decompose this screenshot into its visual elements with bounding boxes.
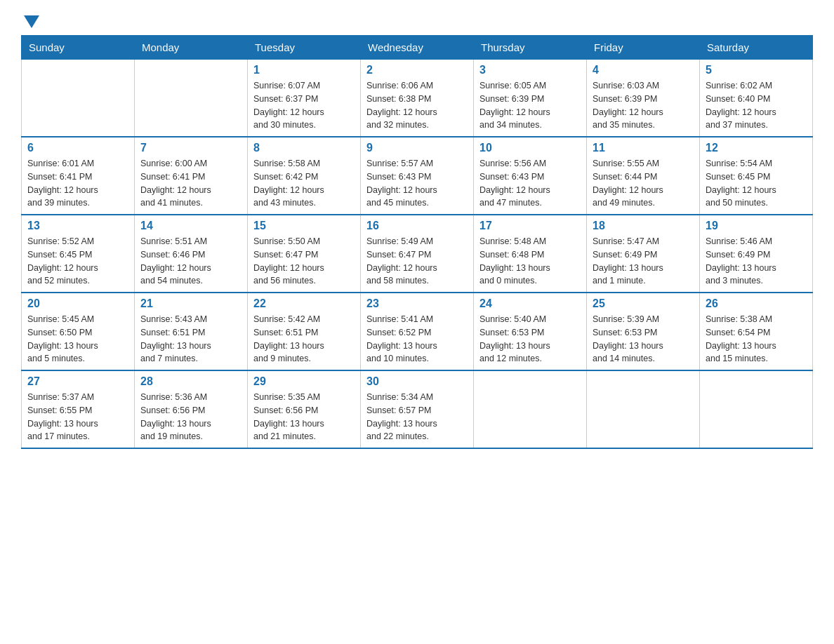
calendar-cell: 17Sunrise: 5:48 AM Sunset: 6:48 PM Dayli… [474, 215, 587, 293]
day-detail: Sunrise: 5:56 AM Sunset: 6:43 PM Dayligh… [479, 157, 581, 210]
day-number: 4 [593, 64, 694, 76]
calendar-cell: 28Sunrise: 5:36 AM Sunset: 6:56 PM Dayli… [135, 370, 248, 448]
day-number: 15 [253, 220, 355, 232]
calendar-cell: 16Sunrise: 5:49 AM Sunset: 6:47 PM Dayli… [361, 215, 474, 293]
calendar-week-row: 1Sunrise: 6:07 AM Sunset: 6:37 PM Daylig… [22, 60, 813, 137]
calendar-cell: 29Sunrise: 5:35 AM Sunset: 6:56 PM Dayli… [248, 370, 361, 448]
calendar-cell: 3Sunrise: 6:05 AM Sunset: 6:39 PM Daylig… [474, 60, 587, 137]
calendar-cell: 2Sunrise: 6:06 AM Sunset: 6:38 PM Daylig… [361, 60, 474, 137]
day-detail: Sunrise: 5:38 AM Sunset: 6:54 PM Dayligh… [706, 313, 807, 365]
day-number: 6 [27, 142, 128, 154]
day-number: 8 [253, 142, 355, 154]
svg-marker-0 [24, 15, 39, 28]
calendar-cell: 12Sunrise: 5:54 AM Sunset: 6:45 PM Dayli… [700, 137, 813, 215]
day-number: 9 [366, 142, 468, 154]
calendar-week-row: 27Sunrise: 5:37 AM Sunset: 6:55 PM Dayli… [22, 370, 813, 448]
calendar-cell [587, 370, 700, 448]
day-number: 23 [366, 297, 468, 310]
calendar-cell: 19Sunrise: 5:46 AM Sunset: 6:49 PM Dayli… [700, 215, 813, 293]
day-detail: Sunrise: 5:58 AM Sunset: 6:42 PM Dayligh… [253, 157, 355, 210]
day-number: 21 [140, 297, 241, 310]
day-detail: Sunrise: 5:42 AM Sunset: 6:51 PM Dayligh… [253, 313, 355, 365]
calendar-cell: 27Sunrise: 5:37 AM Sunset: 6:55 PM Dayli… [22, 370, 135, 448]
day-number: 17 [479, 220, 581, 232]
calendar-cell: 26Sunrise: 5:38 AM Sunset: 6:54 PM Dayli… [700, 293, 813, 370]
weekday-header-thursday: Thursday [474, 36, 587, 60]
calendar-week-row: 20Sunrise: 5:45 AM Sunset: 6:50 PM Dayli… [22, 293, 813, 370]
day-number: 16 [366, 220, 468, 232]
calendar-week-row: 13Sunrise: 5:52 AM Sunset: 6:45 PM Dayli… [22, 215, 813, 293]
calendar-cell: 11Sunrise: 5:55 AM Sunset: 6:44 PM Dayli… [587, 137, 700, 215]
day-number: 20 [27, 297, 128, 310]
weekday-header-sunday: Sunday [22, 36, 135, 60]
calendar-cell: 15Sunrise: 5:50 AM Sunset: 6:47 PM Dayli… [248, 215, 361, 293]
calendar-cell [135, 60, 248, 137]
day-number: 25 [593, 297, 694, 310]
calendar-cell: 25Sunrise: 5:39 AM Sunset: 6:53 PM Dayli… [587, 293, 700, 370]
day-number: 30 [366, 375, 468, 388]
calendar-cell: 7Sunrise: 6:00 AM Sunset: 6:41 PM Daylig… [135, 137, 248, 215]
day-number: 12 [706, 142, 807, 154]
calendar-cell: 22Sunrise: 5:42 AM Sunset: 6:51 PM Dayli… [248, 293, 361, 370]
day-number: 14 [140, 220, 241, 232]
calendar-cell: 9Sunrise: 5:57 AM Sunset: 6:43 PM Daylig… [361, 137, 474, 215]
calendar-cell [22, 60, 135, 137]
day-number: 13 [27, 220, 128, 232]
day-number: 11 [593, 142, 694, 154]
day-detail: Sunrise: 5:47 AM Sunset: 6:49 PM Dayligh… [593, 235, 694, 288]
day-number: 5 [706, 64, 807, 76]
day-detail: Sunrise: 5:48 AM Sunset: 6:48 PM Dayligh… [479, 235, 581, 288]
calendar-cell: 10Sunrise: 5:56 AM Sunset: 6:43 PM Dayli… [474, 137, 587, 215]
calendar-cell: 4Sunrise: 6:03 AM Sunset: 6:39 PM Daylig… [587, 60, 700, 137]
day-number: 3 [479, 64, 581, 76]
day-detail: Sunrise: 5:46 AM Sunset: 6:49 PM Dayligh… [706, 235, 807, 288]
weekday-header-row: SundayMondayTuesdayWednesdayThursdayFrid… [22, 36, 813, 60]
day-detail: Sunrise: 5:45 AM Sunset: 6:50 PM Dayligh… [27, 313, 128, 365]
logo [21, 14, 39, 28]
page-header [21, 14, 813, 28]
day-detail: Sunrise: 5:43 AM Sunset: 6:51 PM Dayligh… [140, 313, 241, 365]
calendar-cell: 8Sunrise: 5:58 AM Sunset: 6:42 PM Daylig… [248, 137, 361, 215]
logo-triangle-icon [24, 15, 39, 28]
day-detail: Sunrise: 5:41 AM Sunset: 6:52 PM Dayligh… [366, 313, 468, 365]
day-detail: Sunrise: 5:52 AM Sunset: 6:45 PM Dayligh… [27, 235, 128, 288]
calendar-cell: 18Sunrise: 5:47 AM Sunset: 6:49 PM Dayli… [587, 215, 700, 293]
weekday-header-monday: Monday [135, 36, 248, 60]
day-number: 1 [253, 64, 355, 76]
weekday-header-wednesday: Wednesday [361, 36, 474, 60]
day-detail: Sunrise: 5:39 AM Sunset: 6:53 PM Dayligh… [593, 313, 694, 365]
calendar-cell [474, 370, 587, 448]
calendar-week-row: 6Sunrise: 6:01 AM Sunset: 6:41 PM Daylig… [22, 137, 813, 215]
day-detail: Sunrise: 5:55 AM Sunset: 6:44 PM Dayligh… [593, 157, 694, 210]
day-detail: Sunrise: 5:50 AM Sunset: 6:47 PM Dayligh… [253, 235, 355, 288]
day-detail: Sunrise: 6:03 AM Sunset: 6:39 PM Dayligh… [593, 79, 694, 132]
day-detail: Sunrise: 5:35 AM Sunset: 6:56 PM Dayligh… [253, 391, 355, 443]
day-detail: Sunrise: 5:40 AM Sunset: 6:53 PM Dayligh… [479, 313, 581, 365]
weekday-header-tuesday: Tuesday [248, 36, 361, 60]
calendar-cell [700, 370, 813, 448]
day-detail: Sunrise: 6:07 AM Sunset: 6:37 PM Dayligh… [253, 79, 355, 132]
day-number: 28 [140, 375, 241, 388]
day-detail: Sunrise: 5:57 AM Sunset: 6:43 PM Dayligh… [366, 157, 468, 210]
day-detail: Sunrise: 6:00 AM Sunset: 6:41 PM Dayligh… [140, 157, 241, 210]
day-number: 27 [27, 375, 128, 388]
day-detail: Sunrise: 5:51 AM Sunset: 6:46 PM Dayligh… [140, 235, 241, 288]
day-number: 24 [479, 297, 581, 310]
calendar-cell: 13Sunrise: 5:52 AM Sunset: 6:45 PM Dayli… [22, 215, 135, 293]
day-detail: Sunrise: 6:05 AM Sunset: 6:39 PM Dayligh… [479, 79, 581, 132]
day-number: 7 [140, 142, 241, 154]
day-number: 10 [479, 142, 581, 154]
day-number: 2 [366, 64, 468, 76]
calendar-cell: 14Sunrise: 5:51 AM Sunset: 6:46 PM Dayli… [135, 215, 248, 293]
calendar-cell: 23Sunrise: 5:41 AM Sunset: 6:52 PM Dayli… [361, 293, 474, 370]
day-number: 22 [253, 297, 355, 310]
day-detail: Sunrise: 5:54 AM Sunset: 6:45 PM Dayligh… [706, 157, 807, 210]
day-detail: Sunrise: 5:34 AM Sunset: 6:57 PM Dayligh… [366, 391, 468, 443]
calendar-cell: 1Sunrise: 6:07 AM Sunset: 6:37 PM Daylig… [248, 60, 361, 137]
calendar-cell: 20Sunrise: 5:45 AM Sunset: 6:50 PM Dayli… [22, 293, 135, 370]
day-number: 29 [253, 375, 355, 388]
calendar-table: SundayMondayTuesdayWednesdayThursdayFrid… [21, 35, 813, 449]
calendar-cell: 21Sunrise: 5:43 AM Sunset: 6:51 PM Dayli… [135, 293, 248, 370]
weekday-header-friday: Friday [587, 36, 700, 60]
calendar-cell: 6Sunrise: 6:01 AM Sunset: 6:41 PM Daylig… [22, 137, 135, 215]
